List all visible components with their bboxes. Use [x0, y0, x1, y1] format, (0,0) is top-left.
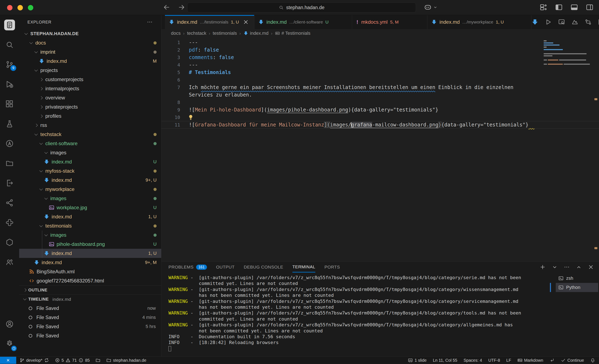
eol[interactable]: LF: [506, 358, 511, 363]
terminal-instance-zsh[interactable]: zsh: [556, 274, 598, 283]
activityb​ar-settings[interactable]: [0, 334, 19, 354]
open-preview-icon[interactable]: [558, 18, 565, 26]
tree-item-internalprojects[interactable]: internalprojects: [19, 84, 161, 93]
toggle-panel-icon[interactable]: [570, 3, 578, 11]
tree-item-projects[interactable]: projects: [19, 66, 161, 75]
traffic-lights[interactable]: [7, 5, 33, 10]
explorer-more-actions-icon[interactable]: [147, 19, 153, 25]
code-line-11[interactable]: 11![Grafana-Dashboard für meine Mailcow-…: [161, 121, 599, 129]
tree-item-index.md[interactable]: index.mdU: [19, 157, 161, 166]
outline-section[interactable]: OUTLINE: [19, 285, 161, 294]
feedback[interactable]: [549, 358, 555, 363]
panel-tab-output[interactable]: OUTPUT: [216, 262, 235, 273]
slides-preview-icon[interactable]: [571, 18, 578, 26]
breadcrumb-item[interactable]: # Testimonials: [275, 31, 310, 36]
copilot-menu[interactable]: [424, 3, 438, 11]
tab-index.md-myworkplace[interactable]: index.md…/myworkplace1, U: [427, 15, 531, 29]
code-line-9[interactable]: 9![Mein Pi-hole-Dashboard](images/pihole…: [161, 106, 599, 114]
tree-item-imprint[interactable]: imprint: [19, 47, 161, 57]
tree-item-myfoss-stack[interactable]: myfoss-stack: [19, 166, 161, 176]
toggle-sidebar-icon[interactable]: [555, 3, 563, 11]
notifications[interactable]: [590, 358, 595, 363]
activityb​ar-search[interactable]: [0, 35, 19, 54]
tab-index.md-testimonials[interactable]: index.md…/testimonials1, U: [165, 15, 254, 29]
tree-item-images[interactable]: images: [19, 194, 161, 203]
zoom-button[interactable]: [28, 5, 33, 10]
activityb​ar-share[interactable]: [0, 193, 19, 213]
breadcrumb-item[interactable]: docs: [171, 31, 181, 36]
run-icon[interactable]: [545, 18, 552, 26]
tree-item-customerprojects[interactable]: customerprojects: [19, 75, 161, 84]
tree-item-pihole-dashboard.png[interactable]: pihole-dashboard.pngU: [19, 240, 161, 249]
lightbulb-icon[interactable]: [189, 114, 194, 120]
branch-status[interactable]: develop*: [19, 358, 49, 363]
code-line-4[interactable]: 4---: [161, 61, 599, 69]
panel-tab-terminal[interactable]: TERMINAL: [292, 262, 315, 273]
code-line-7[interactable]: 7Ich möchte gerne ein paar Screenshots m…: [161, 84, 599, 91]
tree-item-index.md[interactable]: index.md1, U: [19, 249, 161, 258]
terminal-instance-python[interactable]: Python: [556, 283, 598, 292]
customize-layout-icon[interactable]: [539, 3, 547, 11]
tree-item-workplace.jpg[interactable]: workplace.jpgU: [19, 203, 161, 212]
slide-count[interactable]: 1 slide: [408, 358, 427, 363]
split-editor-icon[interactable]: [598, 18, 599, 26]
copilot-icon[interactable]: [424, 3, 432, 11]
more-actions-icon[interactable]: [564, 264, 570, 270]
activityb​ar-run-and-debug[interactable]: [0, 74, 19, 94]
timeline-item[interactable]: File Saved5 hrs: [19, 322, 161, 331]
activityb​ar-python[interactable]: [0, 213, 19, 232]
tree-item-stephan.hadan.de[interactable]: STEPHAN.HADAN.DE: [19, 29, 161, 38]
new-terminal-icon[interactable]: [539, 264, 546, 270]
panel-tab-ports[interactable]: PORTS: [325, 262, 340, 273]
remote-indicator[interactable]: [0, 357, 16, 364]
problems-status[interactable]: 57185: [55, 358, 90, 363]
encoding[interactable]: UTF-8: [488, 358, 500, 363]
close-button[interactable]: [7, 5, 12, 10]
cursor-position[interactable]: Ln 11, Col 55: [433, 358, 457, 363]
tree-item-docs[interactable]: docs: [19, 38, 161, 47]
tree-item-profiles[interactable]: profiles: [19, 112, 161, 121]
code-line-3[interactable]: 3comments: false: [161, 54, 599, 61]
url-bar[interactable]: stephan.hadan.de: [187, 2, 416, 12]
timeline-item[interactable]: File Saved4 mins: [19, 313, 161, 322]
tree-item-myworkplace[interactable]: myworkplace: [19, 185, 161, 194]
minimize-button[interactable]: [18, 5, 23, 10]
activityb​ar-source-control[interactable]: 9: [0, 54, 19, 74]
tree-item-rss[interactable]: rss: [19, 121, 161, 130]
tree-item-privateprojects[interactable]: privateprojects: [19, 102, 161, 112]
tab-mkdocs.yml[interactable]: !mkdocs.yml5, M: [352, 15, 427, 29]
markdown-download-icon[interactable]: [531, 18, 538, 26]
code-line-5[interactable]: 5# Testimonials: [161, 69, 599, 76]
panel-tab-debug-console[interactable]: DEBUG CONSOLE: [244, 262, 283, 273]
references-icon[interactable]: [585, 18, 592, 26]
activityb​ar-organization[interactable]: [0, 252, 19, 272]
back-button-icon[interactable]: [163, 3, 171, 11]
tree-item-bingsiteauth.xml[interactable]: BingSiteAuth.xml: [19, 267, 161, 276]
tab-index.md-client-software[interactable]: index.md…/client-softwareU: [254, 15, 352, 29]
tree-item-googlef727264f56832057.html[interactable]: googlef727264f56832057.html: [19, 276, 161, 285]
activityb​ar-accounts[interactable]: [0, 314, 19, 334]
tree-item-overview[interactable]: overview: [19, 93, 161, 102]
timeline-item[interactable]: File Saved: [19, 331, 161, 340]
close-icon[interactable]: [243, 19, 249, 25]
activityb​ar-folder-library[interactable]: [0, 153, 19, 173]
folder-status[interactable]: [96, 358, 100, 363]
tree-item-index.md[interactable]: index.md9+, U: [19, 176, 161, 185]
tree-item-testimonials[interactable]: testimonials: [19, 221, 161, 231]
forward-button-icon[interactable]: [178, 3, 185, 11]
maximize-panel-icon[interactable]: [576, 264, 582, 270]
activityb​ar-extension-circle-a[interactable]: [0, 133, 19, 153]
timeline-section[interactable]: TIMELINE index.md: [19, 294, 161, 304]
code-line-wrap[interactable]: Services zu erlauben.: [161, 91, 599, 98]
timeline-item[interactable]: File Savednow: [19, 304, 161, 313]
tree-item-images[interactable]: images: [19, 231, 161, 240]
workspace-status[interactable]: stephan.hadan.de: [106, 358, 146, 363]
breadcrumb-item[interactable]: techstack: [187, 31, 206, 36]
breadcrumb-item[interactable]: index.md: [243, 31, 269, 36]
code-line-8[interactable]: 8: [161, 98, 599, 106]
tree-item-index.md[interactable]: index.mdM: [19, 57, 161, 66]
tree-item-images[interactable]: images: [19, 148, 161, 157]
activityb​ar-extension-hexagon[interactable]: [0, 232, 19, 252]
breadcrumb[interactable]: docs›techstack›testimonials›index.md›# T…: [161, 29, 599, 37]
activityb​ar-explorer[interactable]: [0, 15, 19, 35]
